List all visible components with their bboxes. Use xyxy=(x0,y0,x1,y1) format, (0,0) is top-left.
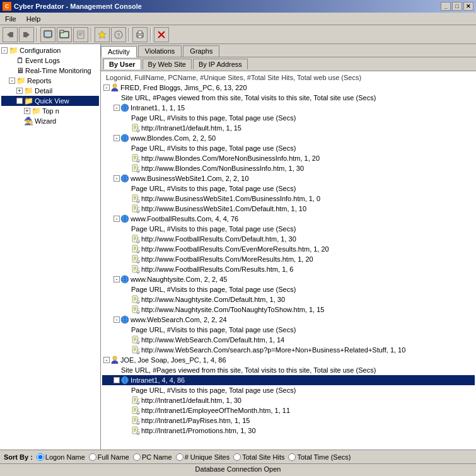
sidebar-item-wizard[interactable]: 🧙Wizard xyxy=(1,116,99,126)
minimize-button[interactable]: _ xyxy=(441,2,451,11)
toolbar-forward[interactable] xyxy=(19,27,34,42)
sort-radio[interactable] xyxy=(89,453,96,461)
tree-toggle[interactable]: - xyxy=(9,78,15,84)
content-item-7[interactable]: w http://www.Blondes.Com/MoreNonBusiness… xyxy=(102,153,475,163)
sort-option-pc-name[interactable]: PC Name xyxy=(133,453,172,461)
sub-tab-by-user[interactable]: By User xyxy=(103,59,141,69)
toolbar-btn-3[interactable] xyxy=(40,27,55,42)
menu-help[interactable]: Help xyxy=(24,15,44,23)
tab-activity[interactable]: Activity xyxy=(101,46,137,57)
toggle-btn[interactable]: - xyxy=(113,276,120,282)
sidebar-item-event-logs[interactable]: 🗒Event Logs xyxy=(1,55,99,66)
sort-bar: Sort By : Logon Name Full Name PC Name #… xyxy=(0,450,476,463)
tree-toggle[interactable]: - xyxy=(1,47,8,54)
content-item-27[interactable]: - JOE, Joe Soap, Joes_PC, 1, 4, 86 xyxy=(102,355,475,365)
sidebar-item-label: Detail xyxy=(35,87,52,95)
toolbar-btn-4[interactable] xyxy=(57,27,72,42)
content-item-28[interactable]: Site URL, #Pages viewed from this site, … xyxy=(102,365,475,375)
sort-option-full-name[interactable]: Full Name xyxy=(89,453,129,461)
sidebar-item-quick-view[interactable]: -📁Quick View xyxy=(1,96,99,106)
sub-tab-by-ip-address[interactable]: By IP Address xyxy=(193,59,248,69)
content-item-13[interactable]: - www.FootballResults.Com, 4, 4, 76 xyxy=(102,214,475,224)
sort-option-label: Logon Name xyxy=(45,453,85,461)
toolbar-sep-3 xyxy=(129,28,130,42)
toggle-btn[interactable]: - xyxy=(113,316,120,323)
content-item-9[interactable]: - www.BusinessWebSite1.Com, 2, 2, 10 xyxy=(102,173,475,183)
sidebar-item-label: Event Logs xyxy=(25,57,60,64)
toggle-btn[interactable]: - xyxy=(103,357,110,363)
sort-radio[interactable] xyxy=(37,453,44,461)
sidebar-item-configuration[interactable]: -📁Configuration xyxy=(1,45,99,55)
content-item-21[interactable]: w http://www.Naughtysite.Com/Default.htm… xyxy=(102,294,475,305)
content-item-34[interactable]: w http://Intranet1/Promotions.htm, 1, 30 xyxy=(102,426,475,436)
item-text: Site URL, #Pages viewed from this site, … xyxy=(121,94,376,102)
content-item-1[interactable]: Site URL, #Pages viewed from this site, … xyxy=(102,93,475,103)
main-tab-bar: ActivityViolationsGraphs xyxy=(101,44,476,57)
content-item-14[interactable]: Page URL, #Visits to this page, Total pa… xyxy=(102,224,475,234)
sidebar-item-reports[interactable]: -📁Reports xyxy=(1,76,99,86)
content-item-26[interactable]: w http://www.WebSearch.Com/search.asp?p=… xyxy=(102,345,475,355)
tab-graphs[interactable]: Graphs xyxy=(183,45,219,57)
content-item-2[interactable]: - Intranet1, 1, 1, 15 xyxy=(102,103,475,113)
content-item-33[interactable]: w http://Intranet1/PayRises.htm, 1, 15 xyxy=(102,415,475,426)
header-text: Logonid, FullName, PCName, #Unique Sites… xyxy=(103,74,361,81)
content-item-29[interactable]: - Intranet1, 4, 4, 86 xyxy=(102,375,475,385)
tree-toggle[interactable]: + xyxy=(16,88,23,94)
sort-option-#-unique-sites[interactable]: # Unique Sites xyxy=(176,453,230,461)
toggle-btn[interactable]: - xyxy=(113,216,120,222)
maximize-button[interactable]: □ xyxy=(452,2,462,11)
content-item-19[interactable]: - www.Naughtysite.Com, 2, 2, 45 xyxy=(102,274,475,284)
content-item-4[interactable]: w http://Intranet1/default.htm, 1, 15 xyxy=(102,123,475,133)
toolbar-btn-5[interactable] xyxy=(73,27,88,42)
sort-radio[interactable] xyxy=(176,453,183,461)
sort-radio[interactable] xyxy=(133,453,141,461)
content-item-12[interactable]: w http://www.BusinessWebSite1.Com/Defaul… xyxy=(102,204,475,214)
content-item-30[interactable]: Page URL, #Visits to this page, Total pa… xyxy=(102,385,475,395)
content-item-32[interactable]: w http://Intranet1/EmployeeOfTheMonth.ht… xyxy=(102,405,475,415)
sidebar-item-detail[interactable]: +📁Detail xyxy=(1,86,99,96)
content-item-11[interactable]: w http://www.BusinessWebSite1.Com/Busine… xyxy=(102,194,475,204)
content-item-18[interactable]: w http://www.FootballResults.Com/Results… xyxy=(102,264,475,274)
toggle-btn[interactable]: - xyxy=(113,105,120,111)
menu-file[interactable]: File xyxy=(3,15,19,23)
content-item-5[interactable]: - www.Blondes.Com, 2, 2, 50 xyxy=(102,133,475,143)
close-button[interactable]: ✕ xyxy=(463,2,473,11)
content-item-0[interactable]: - FRED, Fred Bloggs, Jims_PC, 6, 13, 220 xyxy=(102,83,475,93)
content-item-31[interactable]: w http://Intranet1/default.htm, 1, 30 xyxy=(102,395,475,405)
toggle-btn[interactable]: - xyxy=(113,377,120,383)
content-item-25[interactable]: w http://www.WebSearch.Com/Default.htm, … xyxy=(102,335,475,345)
content-item-23[interactable]: - www.WebSearch.Com, 2, 2, 24 xyxy=(102,315,475,325)
content-item-24[interactable]: Page URL, #Visits to this page, Total pa… xyxy=(102,325,475,335)
content-item-15[interactable]: w http://www.FootballResults.Com/Default… xyxy=(102,234,475,244)
sort-option-total-time-(secs)[interactable]: Total Time (Secs) xyxy=(288,453,351,461)
tab-violations[interactable]: Violations xyxy=(138,45,182,57)
sub-tab-by-web-site[interactable]: By Web Site xyxy=(142,59,192,69)
toolbar-back[interactable] xyxy=(3,27,18,42)
tree-toggle[interactable]: - xyxy=(16,98,23,104)
toggle-btn[interactable]: - xyxy=(113,175,120,182)
tree-toggle[interactable]: + xyxy=(24,108,30,114)
sort-radio[interactable] xyxy=(288,453,296,461)
content-item-20[interactable]: Page URL, #Visits to this page, Total pa… xyxy=(102,284,475,294)
content-item-17[interactable]: w http://www.FootballResults.Com/MoreRes… xyxy=(102,254,475,264)
toolbar-close[interactable] xyxy=(154,27,169,42)
content-item-8[interactable]: w http://www.Blondes.Com/NonBusinessInfo… xyxy=(102,163,475,173)
toolbar-btn-star[interactable] xyxy=(95,27,110,42)
content-item-22[interactable]: w http://www.Naughtysite.Com/TooNaughtyT… xyxy=(102,305,475,315)
svg-rect-5 xyxy=(45,32,50,36)
sort-option-total-site-hits[interactable]: Total Site Hits xyxy=(233,453,284,461)
sort-radio[interactable] xyxy=(233,453,241,461)
toggle-btn[interactable]: - xyxy=(113,135,120,141)
toggle-btn[interactable]: - xyxy=(103,84,110,91)
content-item-3[interactable]: Page URL, #Visits to this page, Total pa… xyxy=(102,113,475,123)
sidebar-item-real-time-monitoring[interactable]: 🖥Real-Time Monitoring xyxy=(1,66,99,76)
content-item-16[interactable]: w http://www.FootballResults.Com/EvenMor… xyxy=(102,244,475,254)
toolbar-btn-print[interactable] xyxy=(132,27,148,42)
item-text: http://www.FootballResults.Com/MoreResul… xyxy=(141,255,313,263)
content-item-6[interactable]: Page URL, #Visits to this page, Total pa… xyxy=(102,143,475,153)
item-text: JOE, Joe Soap, Joes_PC, 1, 4, 86 xyxy=(120,356,226,364)
sort-option-logon-name[interactable]: Logon Name xyxy=(37,453,85,461)
sidebar-item-top-n[interactable]: +📁Top n xyxy=(1,106,99,116)
content-item-10[interactable]: Page URL, #Visits to this page, Total pa… xyxy=(102,183,475,194)
toolbar-btn-help[interactable]: ? xyxy=(111,27,126,42)
